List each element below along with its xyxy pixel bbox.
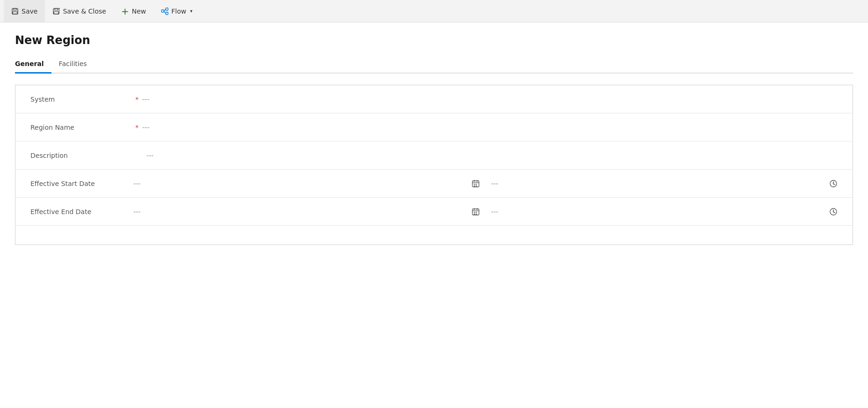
tab-general[interactable]: General (15, 56, 51, 74)
start-time-clock-icon[interactable] (829, 179, 838, 188)
tab-facilities[interactable]: Facilities (59, 56, 95, 74)
end-date-input-group: --- (133, 208, 471, 215)
description-label: Description (30, 152, 133, 159)
save-close-button[interactable]: Save & Close (45, 0, 113, 22)
svg-rect-0 (12, 8, 18, 14)
flow-icon (161, 7, 169, 15)
region-name-label: Region Name (30, 124, 133, 131)
svg-rect-1 (14, 8, 16, 10)
svg-rect-7 (162, 10, 164, 12)
start-date-value[interactable]: --- (133, 180, 471, 187)
end-time-clock-icon[interactable] (829, 208, 838, 216)
svg-rect-28 (476, 212, 477, 213)
tabs-container: General Facilities (15, 56, 853, 74)
region-name-required-star: * (135, 124, 139, 131)
field-effective-end-date: Effective End Date --- --- (15, 198, 853, 226)
form-bottom-row (15, 226, 853, 245)
end-date-value[interactable]: --- (133, 208, 471, 215)
flow-label: Flow (171, 7, 186, 15)
start-date-calendar-icon[interactable] (471, 179, 480, 188)
flow-dropdown-icon: ▾ (190, 8, 192, 14)
flow-button[interactable]: Flow ▾ (154, 0, 200, 22)
svg-rect-27 (474, 212, 475, 213)
svg-rect-18 (474, 185, 475, 186)
svg-rect-5 (54, 12, 59, 14)
svg-rect-29 (474, 214, 475, 215)
field-effective-start-date: Effective Start Date --- --- (15, 170, 853, 198)
form-container: System * --- Region Name * --- Descripti… (15, 85, 853, 245)
svg-rect-2 (13, 12, 17, 14)
description-value[interactable]: --- (147, 152, 838, 159)
save-icon (11, 7, 19, 15)
start-time-input-group: --- (491, 180, 829, 187)
svg-rect-30 (476, 214, 477, 215)
end-time-value[interactable]: --- (491, 208, 829, 215)
svg-rect-9 (166, 12, 168, 15)
new-button[interactable]: + New (114, 0, 154, 22)
svg-line-33 (833, 212, 835, 213)
end-time-input-group: --- (491, 208, 829, 215)
system-required-star: * (135, 96, 139, 103)
page-title: New Region (15, 34, 853, 47)
system-label: System (30, 96, 133, 103)
page-content: New Region General Facilities System * -… (0, 22, 868, 256)
start-date-input-group: --- (133, 180, 471, 187)
save-close-label: Save & Close (63, 7, 106, 15)
field-system: System * --- (15, 85, 853, 113)
svg-rect-19 (476, 185, 477, 186)
save-button[interactable]: Save (4, 0, 45, 22)
save-label: Save (22, 7, 37, 15)
svg-rect-4 (55, 8, 58, 10)
svg-rect-16 (474, 184, 475, 185)
start-time-value[interactable]: --- (491, 180, 829, 187)
system-value[interactable]: --- (142, 96, 838, 103)
region-name-value[interactable]: --- (142, 124, 838, 131)
end-date-calendar-icon[interactable] (471, 208, 480, 216)
svg-rect-17 (476, 184, 477, 185)
field-description: Description --- (15, 141, 853, 170)
svg-line-11 (164, 11, 166, 13)
field-region-name: Region Name * --- (15, 113, 853, 141)
svg-rect-3 (53, 8, 59, 14)
effective-start-date-label: Effective Start Date (30, 180, 133, 187)
svg-rect-8 (166, 8, 168, 10)
save-close-icon (52, 7, 60, 15)
svg-line-22 (833, 184, 835, 185)
new-label: New (132, 7, 146, 15)
toolbar: Save Save & Close + New Flow ▾ (0, 0, 868, 22)
new-icon: + (121, 7, 129, 16)
effective-end-date-label: Effective End Date (30, 208, 133, 215)
